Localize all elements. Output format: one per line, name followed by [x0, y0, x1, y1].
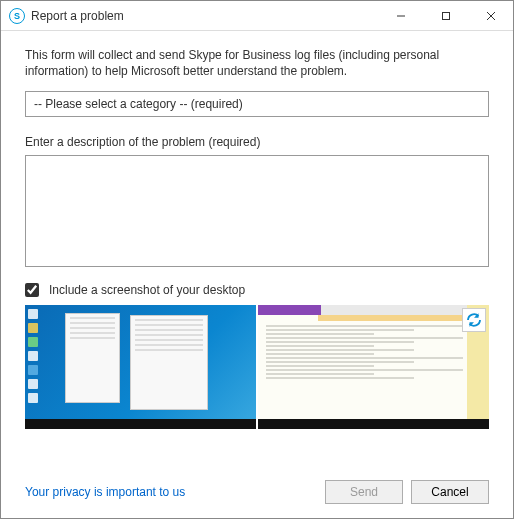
desktop-thumbnail-right — [258, 305, 489, 429]
close-button[interactable] — [468, 1, 513, 30]
titlebar: S Report a problem — [1, 1, 513, 31]
privacy-link[interactable]: Your privacy is important to us — [25, 485, 185, 499]
include-screenshot-row[interactable]: Include a screenshot of your desktop — [25, 283, 489, 297]
cancel-button[interactable]: Cancel — [411, 480, 489, 504]
window-controls — [378, 1, 513, 30]
include-screenshot-checkbox[interactable] — [25, 283, 39, 297]
minimize-button[interactable] — [378, 1, 423, 30]
footer: Your privacy is important to us Send Can… — [1, 472, 513, 518]
intro-text: This form will collect and send Skype fo… — [25, 47, 489, 79]
maximize-button[interactable] — [423, 1, 468, 30]
screenshot-preview — [25, 305, 489, 429]
refresh-icon — [462, 308, 486, 332]
skype-business-icon: S — [9, 8, 25, 24]
form-content: This form will collect and send Skype fo… — [1, 31, 513, 472]
category-select[interactable]: -- Please select a category -- (required… — [25, 91, 489, 117]
description-input[interactable] — [25, 155, 489, 267]
svg-rect-1 — [442, 12, 449, 19]
description-label: Enter a description of the problem (requ… — [25, 135, 489, 149]
send-button[interactable]: Send — [325, 480, 403, 504]
desktop-thumbnail-left — [25, 305, 256, 429]
include-screenshot-label: Include a screenshot of your desktop — [49, 283, 245, 297]
category-placeholder: -- Please select a category -- (required… — [34, 97, 243, 111]
window-title: Report a problem — [31, 9, 378, 23]
